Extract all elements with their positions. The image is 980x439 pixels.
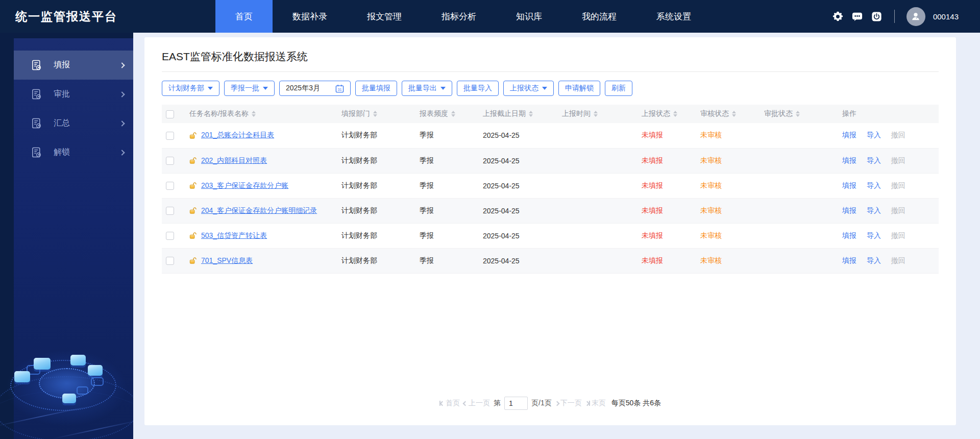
topnav-item[interactable]: 数据补录 (273, 0, 347, 33)
sort-icon[interactable] (373, 111, 377, 117)
sidebar-item-label: 汇总 (54, 118, 70, 129)
fill-action-link[interactable]: 填报 (842, 206, 856, 214)
withdraw-action-link[interactable]: 撤回 (891, 181, 905, 189)
sort-icon[interactable] (732, 111, 736, 117)
topnav-item[interactable]: 知识库 (496, 0, 562, 33)
import-action-link[interactable]: 导入 (867, 156, 881, 164)
pagination: 首页 上一页 第 页/1页 下一页 末页 每页50条 共6条 (439, 397, 661, 410)
import-action-link[interactable]: 导入 (867, 131, 881, 139)
fill-action-link[interactable]: 填报 (842, 156, 856, 164)
main-layout: 填报 审批 (0, 33, 980, 439)
sort-icon[interactable] (796, 111, 800, 117)
row-checkbox[interactable] (166, 232, 174, 240)
row-checkbox[interactable] (166, 157, 174, 165)
fill-action-link[interactable]: 填报 (842, 131, 856, 139)
audit-status-cell: 未审核 (696, 148, 760, 173)
report-time-cell (558, 173, 638, 198)
sidebar-item[interactable]: 汇总 (14, 109, 133, 138)
column-header[interactable]: 任务名称/报表名称 (185, 105, 337, 123)
settings-gear-icon[interactable] (832, 11, 844, 22)
page-info-label: 页/1页 (531, 399, 552, 408)
page-number-input[interactable] (504, 397, 528, 410)
dept-cell: 计划财务部 (337, 123, 415, 148)
import-action-link[interactable]: 导入 (867, 206, 881, 214)
caret-down-icon (208, 87, 213, 90)
report-time-cell (558, 248, 638, 273)
report-time-cell (558, 148, 638, 173)
task-name-link[interactable]: 503_信贷资产转让表 (201, 231, 267, 240)
withdraw-action-link[interactable]: 撤回 (891, 206, 905, 214)
import-action-link[interactable]: 导入 (867, 256, 881, 264)
user-avatar[interactable] (906, 7, 925, 26)
topnav-item[interactable]: 指标分析 (422, 0, 496, 33)
pagination-first-button[interactable]: 首页 (439, 399, 460, 408)
report-status-cell: 未填报 (638, 198, 696, 223)
toolbar-button[interactable]: 刷新 (605, 81, 632, 96)
fill-action-link[interactable]: 填报 (842, 231, 856, 239)
column-header[interactable]: 审批状态 (760, 105, 838, 123)
sidebar-item[interactable]: 审批 (14, 80, 133, 109)
topnav-item-label: 知识库 (516, 11, 542, 22)
column-header[interactable]: 审核状态 (696, 105, 760, 123)
sort-icon[interactable] (594, 111, 598, 117)
audit-status-cell: 未审核 (696, 173, 760, 198)
report-month-input[interactable]: 2025年3月 31 (279, 81, 351, 96)
row-checkbox[interactable] (166, 132, 174, 140)
column-header[interactable]: 上报时间 (558, 105, 638, 123)
message-icon[interactable] (851, 11, 863, 22)
sidebar-item[interactable]: 解锁 (14, 138, 133, 167)
column-header[interactable]: 填报部门 (337, 105, 415, 123)
frequency-cell: 季报 (415, 123, 479, 148)
dept-cell: 计划财务部 (337, 173, 415, 198)
toolbar-button[interactable]: 批量导入 (457, 81, 499, 96)
toolbar-button[interactable]: 申请解锁 (558, 81, 600, 96)
row-checkbox[interactable] (166, 182, 174, 190)
task-name-link[interactable]: 701_SPV信息表 (201, 256, 253, 265)
department-select[interactable]: 计划财务部 (162, 81, 219, 96)
task-name-link[interactable]: 204_客户保证金存款分户账明细记录 (201, 206, 317, 215)
row-checkbox[interactable] (166, 257, 174, 265)
sort-icon[interactable] (673, 111, 677, 117)
withdraw-action-link[interactable]: 撤回 (891, 131, 905, 139)
toolbar-button[interactable]: 批量导出 (402, 81, 452, 96)
import-action-link[interactable]: 导入 (867, 181, 881, 189)
task-name-link[interactable]: 202_内部科目对照表 (201, 156, 267, 165)
topnav-item-label: 数据补录 (292, 11, 327, 22)
table-row: 203_客户保证金存款分户账 计划财务部 季报 2025-04-25 未填报 未… (162, 173, 939, 198)
toolbar-button[interactable]: 上报状态 (503, 81, 554, 96)
withdraw-action-link[interactable]: 撤回 (891, 156, 905, 164)
task-name-link[interactable]: 203_客户保证金存款分户账 (201, 181, 288, 190)
topnav-item[interactable]: 系统设置 (636, 0, 711, 33)
task-name-link[interactable]: 201_总账会计全科目表 (201, 131, 274, 140)
fill-action-link[interactable]: 填报 (842, 181, 856, 189)
withdraw-action-link[interactable]: 撤回 (891, 231, 905, 239)
pagination-prev-button[interactable]: 上一页 (463, 399, 490, 408)
svg-text:31: 31 (338, 87, 342, 91)
sort-icon[interactable] (252, 111, 256, 117)
column-header[interactable]: 上报截止日期 (479, 105, 558, 123)
actions-cell: 填报 导入 撤回 (838, 123, 939, 148)
column-header[interactable]: 报表频度 (415, 105, 479, 123)
column-header[interactable]: 上报状态 (638, 105, 696, 123)
fill-action-link[interactable]: 填报 (842, 256, 856, 264)
sidebar-item[interactable]: 填报 (14, 51, 133, 80)
topnav-item[interactable]: 我的流程 (562, 0, 636, 33)
table-header-row: 任务名称/报表名称 填报部门 (162, 105, 939, 123)
pagination-last-button[interactable]: 末页 (585, 399, 606, 408)
import-action-link[interactable]: 导入 (867, 231, 881, 239)
withdraw-action-link[interactable]: 撤回 (891, 256, 905, 264)
sort-icon[interactable] (451, 111, 455, 117)
table-body: 201_总账会计全科目表 计划财务部 季报 2025-04-25 未填报 未审核 (162, 123, 939, 273)
row-checkbox[interactable] (166, 207, 174, 215)
toolbar-button[interactable]: 批量填报 (355, 81, 397, 96)
column-header[interactable]: 操作 (838, 105, 939, 123)
pagination-next-button[interactable]: 下一页 (555, 399, 582, 408)
dept-cell: 计划财务部 (337, 223, 415, 248)
person-icon (910, 11, 921, 22)
topnav-item[interactable]: 报文管理 (347, 0, 422, 33)
select-all-checkbox[interactable] (166, 110, 174, 118)
power-logout-icon[interactable] (871, 11, 883, 22)
sort-icon[interactable] (529, 111, 533, 117)
topnav-item[interactable]: 首页 (215, 0, 273, 33)
batch-select[interactable]: 季报一批 (224, 81, 275, 96)
